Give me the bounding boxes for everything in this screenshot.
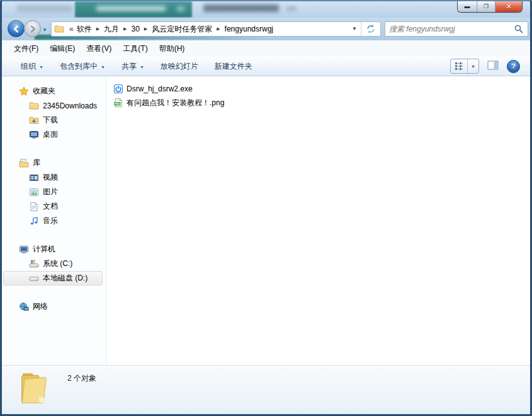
maximize-button[interactable]: ❐ (477, 1, 495, 12)
magnifier-icon[interactable] (514, 24, 524, 34)
sidebar-item-label: 系统 (C:) (43, 258, 72, 269)
network-icon (19, 302, 29, 312)
menu-item[interactable]: 文件(F) (8, 42, 44, 55)
toolbar-button[interactable]: 组织▼ (21, 61, 43, 72)
file-item[interactable]: Dsrw_hj_dsrw2.exe (113, 82, 530, 96)
music-icon (29, 216, 39, 226)
menu-item[interactable]: 查看(V) (81, 42, 117, 55)
chevron-down-icon: ▼ (101, 65, 105, 69)
sidebar-item[interactable]: 图片 (2, 185, 103, 199)
sidebar-group-1[interactable]: 库 (2, 156, 103, 170)
menu-item[interactable]: 帮助(H) (154, 42, 191, 55)
chevron-down-icon: ▼ (352, 26, 357, 32)
breadcrumb-overflow-chevron[interactable]: « (67, 25, 76, 33)
menu-item[interactable]: 工具(T) (117, 42, 153, 55)
chevron-down-icon: ▼ (42, 27, 47, 33)
minimize-icon: ▬ (465, 4, 470, 9)
sidebar-group-2[interactable]: 计算机 (2, 242, 103, 257)
exe-power-icon (113, 84, 123, 94)
sidebar-group-gap (2, 142, 106, 156)
arrow-right-icon (28, 24, 38, 34)
blurred-tab-text (96, 6, 166, 11)
sidebar-group-label: 网络 (33, 301, 48, 312)
breadcrumb-item[interactable]: 九月 (103, 24, 120, 35)
sidebar-item-label: 图片 (43, 187, 58, 197)
toolbar-right: ▼ ? (450, 57, 520, 76)
sidebar-group-0[interactable]: 收藏夹 (2, 84, 103, 98)
sidebar-item[interactable]: 本地磁盘 (D:) (3, 271, 103, 286)
address-dropdown-button[interactable]: ▼ (348, 22, 361, 36)
help-icon: ? (511, 62, 516, 70)
breadcrumb-item[interactable]: 软件 (76, 24, 93, 35)
close-button[interactable]: ✕ (495, 1, 522, 12)
sidebar-item[interactable]: 音乐 (2, 214, 103, 228)
sidebar-item[interactable]: 桌面 (2, 127, 103, 142)
sidebar-item[interactable]: 下载 (2, 113, 103, 127)
png-image-icon: PNG (113, 98, 123, 108)
toolbar-button-label: 放映幻灯片 (161, 61, 198, 72)
breadcrumb-item[interactable]: fengyundsrwgj (224, 25, 274, 33)
file-name: 有问题点我！安装教程！.png (127, 98, 224, 108)
back-button[interactable] (8, 20, 25, 37)
breadcrumb-separator-icon[interactable]: ▶ (141, 26, 150, 32)
picture-icon (29, 187, 39, 197)
file-item[interactable]: PNG有问题点我！安装教程！.png (113, 96, 530, 110)
content-area: 收藏夹2345Downloads下载桌面库视频图片文档音乐计算机系统 (C:)本… (2, 76, 530, 366)
chevron-down-icon: ▼ (471, 64, 475, 69)
toolbar-button[interactable]: 包含到库中▼ (60, 61, 105, 72)
close-icon: ✕ (506, 3, 511, 10)
document-icon (29, 202, 39, 212)
views-grid-icon[interactable] (451, 59, 467, 73)
sidebar-item[interactable]: 2345Downloads (2, 98, 103, 113)
search-input[interactable]: 搜索 fengyundsrwgj (385, 21, 528, 37)
computer-icon (19, 245, 29, 255)
refresh-button[interactable] (361, 22, 380, 36)
sidebar-group-label: 库 (33, 158, 40, 168)
details-pane: 2 个对象 (2, 365, 530, 414)
folder-icon[interactable] (54, 24, 64, 34)
breadcrumb-item[interactable]: 30 (130, 25, 140, 33)
toolbar-button[interactable]: 新建文件夹 (215, 61, 252, 72)
preview-pane-icon (487, 61, 499, 72)
change-view-button[interactable]: ▼ (450, 59, 479, 74)
sidebar-item-label: 视频 (43, 172, 58, 183)
maximize-icon: ❐ (484, 4, 489, 9)
toolbar-button[interactable]: 共享▼ (122, 61, 144, 72)
folder-download-icon (29, 115, 39, 125)
preview-pane-button[interactable] (487, 61, 499, 72)
sidebar-item-label: 本地磁盘 (D:) (43, 273, 88, 284)
breadcrumb-separator-icon[interactable]: ▶ (93, 26, 103, 32)
window-controls: ▬ ❐ ✕ (458, 1, 522, 12)
breadcrumb-separator-icon[interactable]: ▶ (120, 26, 130, 32)
sidebar-group-label: 收藏夹 (33, 86, 55, 96)
help-button[interactable]: ? (507, 60, 520, 73)
address-bar[interactable]: «软件▶九月▶30▶风云定时任务管家▶fengyundsrwgj ▼ (51, 21, 381, 37)
toolbar-button[interactable]: 放映幻灯片 (161, 61, 198, 72)
breadcrumb-separator-icon[interactable]: ▶ (213, 26, 223, 32)
sidebar-group-gap (2, 286, 106, 299)
toolbar-button-label: 共享 (122, 61, 137, 72)
video-icon (29, 173, 39, 183)
sidebar-group-3[interactable]: 网络 (2, 299, 103, 314)
menu-item[interactable]: 编辑(E) (44, 42, 81, 55)
breadcrumb-item[interactable]: 风云定时任务管家 (150, 24, 213, 35)
views-dropdown-caret[interactable]: ▼ (467, 59, 478, 73)
item-count: 2 个对象 (67, 373, 96, 384)
sidebar-item[interactable]: 文档 (2, 199, 103, 214)
title-bar[interactable]: ▬ ❐ ✕ (2, 1, 530, 18)
minimize-button[interactable]: ▬ (458, 1, 477, 12)
sidebar-item-label: 下载 (43, 115, 58, 125)
toolbar-button-label: 组织 (21, 61, 36, 72)
sidebar-group-label: 计算机 (33, 244, 55, 255)
blurred-background-title (203, 4, 279, 12)
refresh-icon (366, 24, 376, 34)
sidebar-item[interactable]: 系统 (C:) (2, 257, 103, 271)
recent-pages-button[interactable]: ▼ (42, 27, 47, 33)
forward-button[interactable] (24, 20, 41, 37)
open-folder-icon (17, 369, 54, 410)
menu-bar: 文件(F)编辑(E)查看(V)工具(T)帮助(H) (2, 40, 530, 57)
file-list[interactable]: Dsrw_hj_dsrw2.exePNG有问题点我！安装教程！.png (107, 76, 530, 366)
file-name: Dsrw_hj_dsrw2.exe (127, 84, 193, 93)
navigation-pane[interactable]: 收藏夹2345Downloads下载桌面库视频图片文档音乐计算机系统 (C:)本… (2, 76, 106, 366)
sidebar-item[interactable]: 视频 (2, 170, 103, 185)
